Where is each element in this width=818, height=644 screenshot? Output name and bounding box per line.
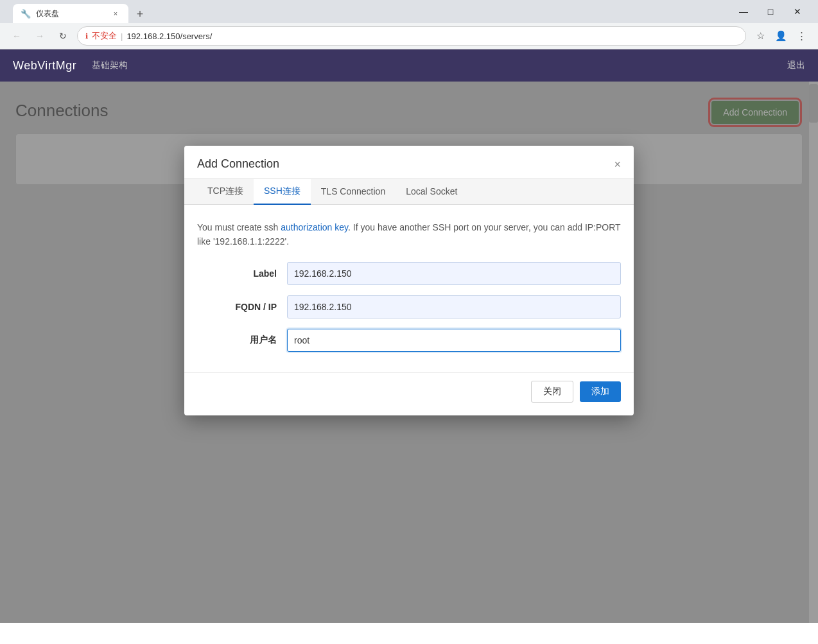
tab-title-text: 仪表盘	[36, 8, 105, 19]
fqdn-row: FQDN / IP	[197, 295, 621, 318]
browser-actions: ☆ 👤 ⋮	[751, 27, 810, 45]
back-btn[interactable]: ←	[8, 27, 26, 45]
auth-key-link[interactable]: authorization key	[281, 222, 348, 232]
address-bar: ← → ↻ ℹ 不安全 | 192.168.2.150/servers/ ☆ 👤…	[0, 23, 818, 49]
label-row: Label	[197, 262, 621, 285]
tab-tcp[interactable]: TCP连接	[197, 179, 254, 205]
tab-favicon: 🔧	[21, 9, 31, 19]
label-field-label: Label	[197, 268, 287, 279]
logout-btn[interactable]: 退出	[787, 60, 805, 71]
tab-tls[interactable]: TLS Connection	[311, 179, 396, 205]
label-input[interactable]	[287, 262, 621, 285]
active-tab[interactable]: 🔧 仪表盘 ×	[13, 4, 128, 23]
tab-bar: 🔧 仪表盘 × +	[8, 0, 731, 23]
close-btn[interactable]: ✕	[785, 3, 810, 21]
info-text-before: You must create ssh	[197, 222, 281, 232]
username-row: 用户名	[197, 329, 621, 352]
url-separator: |	[121, 31, 123, 41]
page-content: Connections Add Connection Add Connectio…	[0, 82, 818, 623]
modal-dialog: Add Connection × TCP连接 SSH连接 TLS Connect…	[184, 146, 634, 415]
modal-info-text: You must create ssh authorization key. I…	[197, 220, 621, 249]
forward-btn[interactable]: →	[31, 27, 49, 45]
security-label: 不安全	[92, 30, 117, 42]
minimize-btn[interactable]: —	[731, 3, 756, 21]
close-modal-btn[interactable]: 关闭	[531, 381, 573, 403]
username-field-label: 用户名	[197, 335, 287, 346]
title-bar: 🔧 仪表盘 × + — □ ✕	[0, 0, 818, 23]
tab-ssh[interactable]: SSH连接	[254, 179, 311, 205]
app-nav: WebVirtMgr 基础架构 退出	[0, 49, 818, 82]
menu-btn[interactable]: ⋮	[792, 27, 810, 45]
url-bar[interactable]: ℹ 不安全 | 192.168.2.150/servers/	[77, 26, 746, 46]
app-wrapper: WebVirtMgr 基础架构 退出 Connections Add Conne…	[0, 49, 818, 623]
tab-close-btn[interactable]: ×	[110, 8, 121, 19]
fqdn-input[interactable]	[287, 295, 621, 318]
reload-btn[interactable]: ↻	[54, 27, 72, 45]
modal-close-btn[interactable]: ×	[614, 159, 621, 170]
modal-tabs: TCP连接 SSH连接 TLS Connection Local Socket	[184, 179, 634, 205]
account-btn[interactable]: 👤	[772, 27, 790, 45]
app-brand: WebVirtMgr	[13, 59, 76, 73]
url-text: 192.168.2.150/servers/	[126, 31, 212, 41]
tab-local[interactable]: Local Socket	[396, 179, 467, 205]
nav-link-infrastructure[interactable]: 基础架构	[92, 60, 128, 71]
security-icon: ℹ	[85, 32, 88, 40]
modal-body: You must create ssh authorization key. I…	[184, 205, 634, 372]
modal-footer: 关闭 添加	[184, 372, 634, 415]
modal-title: Add Connection	[197, 157, 279, 171]
modal-header: Add Connection ×	[184, 146, 634, 179]
modal-overlay: Add Connection × TCP连接 SSH连接 TLS Connect…	[0, 82, 818, 623]
username-input[interactable]	[287, 329, 621, 352]
bookmark-btn[interactable]: ☆	[751, 27, 769, 45]
maximize-btn[interactable]: □	[758, 3, 783, 21]
window-controls: — □ ✕	[731, 3, 810, 21]
fqdn-field-label: FQDN / IP	[197, 302, 287, 312]
new-tab-btn[interactable]: +	[131, 5, 149, 23]
submit-add-btn[interactable]: 添加	[580, 381, 621, 402]
